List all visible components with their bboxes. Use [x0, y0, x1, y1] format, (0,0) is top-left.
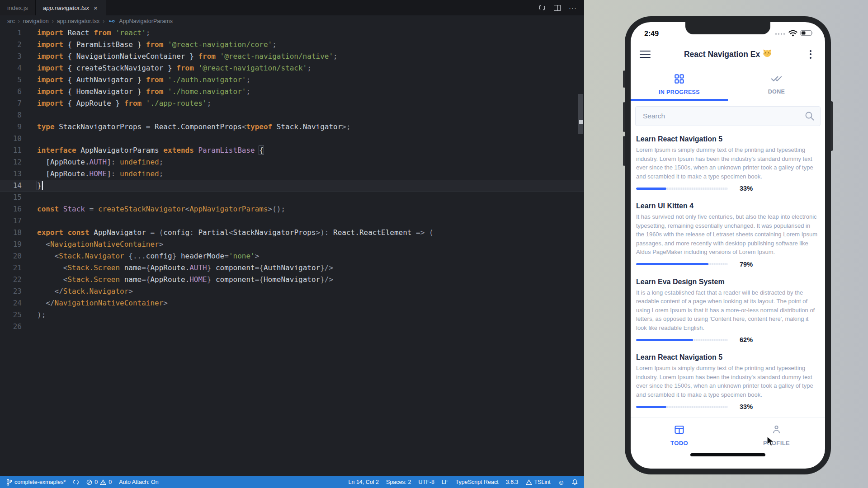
sync-status-item[interactable] [73, 479, 79, 485]
tab-in-progress[interactable]: IN PROGRESS [631, 71, 728, 101]
breadcrumb-item-navigation[interactable]: navigation [23, 18, 49, 24]
line-number: 18 [0, 227, 22, 239]
problems-item[interactable]: 0 0 [86, 479, 112, 485]
line-number: 10 [0, 133, 22, 145]
volume-down-button[interactable] [623, 136, 625, 166]
tab-app-navigator[interactable]: app.navigator.tsx × [36, 0, 106, 15]
todo-card-progress: 62% [636, 336, 820, 343]
feedback-smiley-icon[interactable]: ☺ [558, 479, 565, 486]
todo-card-progress: 33% [636, 403, 820, 410]
todo-card[interactable]: Learn React Navigation 5 Lorem Ipsum is … [635, 131, 821, 197]
bottom-tab-todo[interactable]: TODO [631, 418, 728, 453]
code-line[interactable]: 22 <Stack.Screen name={AppRoute.HOME} co… [0, 274, 584, 286]
code-line[interactable]: 7import { AppRoute } from './app-routes'… [0, 98, 584, 109]
code-text [22, 109, 37, 121]
code-line[interactable]: 13 [AppRoute.HOME]: undefined; [0, 168, 584, 180]
code-lines: 1import React from 'react';2import { Par… [0, 27, 584, 333]
todo-card[interactable]: Learn UI Kitten 4 It has survived not on… [635, 197, 821, 273]
code-line[interactable]: 1import React from 'react'; [0, 27, 584, 39]
tslint-item[interactable]: TSLint [526, 479, 551, 485]
tab-close-icon[interactable]: × [93, 4, 99, 12]
code-line[interactable]: 6import { HomeNavigator } from './home.n… [0, 86, 584, 98]
code-line[interactable]: 19 <NavigationNativeContainer> [0, 239, 584, 250]
todo-card-title: Learn UI Kitten 4 [636, 202, 820, 210]
cursor-position-item[interactable]: Ln 14, Col 2 [349, 479, 379, 485]
eol-item[interactable]: LF [442, 479, 448, 485]
todo-card[interactable]: Learn Eva Design System It is a long est… [635, 273, 821, 349]
progress-track [636, 406, 728, 408]
editor-scrollbar[interactable] [578, 94, 583, 134]
code-line[interactable]: 8 [0, 109, 584, 121]
breadcrumb-symbol[interactable]: AppNavigatorParams [119, 18, 173, 24]
notifications-bell-icon[interactable] [572, 479, 578, 485]
progress-percent-label: 33% [740, 403, 753, 410]
home-indicator-area [631, 453, 825, 469]
code-line[interactable]: 24 </NavigationNativeContainer> [0, 297, 584, 309]
home-indicator[interactable] [690, 453, 765, 456]
progress-percent-label: 79% [740, 261, 753, 268]
code-line[interactable]: 14} [0, 180, 584, 192]
code-line[interactable]: 10 [0, 133, 584, 145]
power-button[interactable] [830, 101, 833, 151]
tab-index-js[interactable]: index.js [0, 0, 36, 15]
line-number: 23 [0, 286, 22, 297]
line-number: 3 [0, 51, 22, 62]
encoding-item[interactable]: UTF-8 [419, 479, 434, 485]
code-line[interactable]: 18export const AppNavigator = (config: P… [0, 227, 584, 239]
code-text: [AppRoute.HOME]: undefined; [22, 168, 163, 180]
auto-attach-item[interactable]: Auto Attach: On [119, 479, 159, 485]
code-line[interactable]: 15 [0, 192, 584, 203]
breadcrumb-item-file[interactable]: app.navigator.tsx [57, 18, 100, 24]
breadcrumb-item-src[interactable]: src [7, 18, 15, 24]
symbol-interface-icon [108, 19, 115, 23]
tab-done[interactable]: DONE [728, 71, 825, 101]
indentation-item[interactable]: Spaces: 2 [386, 479, 411, 485]
overflow-menu-icon[interactable] [805, 50, 816, 59]
git-branch-item[interactable]: complete-exmaples* [6, 479, 66, 486]
code-line[interactable]: 5import { AuthNavigator } from './auth.n… [0, 74, 584, 86]
code-line[interactable]: 4import { createStackNavigator } from '@… [0, 62, 584, 74]
code-line[interactable]: 2import { ParamListBase } from '@react-n… [0, 39, 584, 51]
clock: 2:49 [644, 30, 659, 38]
code-line[interactable]: 21 <Stack.Screen name={AppRoute.AUTH} co… [0, 262, 584, 274]
wifi-icon [788, 30, 797, 38]
line-number: 9 [0, 121, 22, 133]
line-number: 1 [0, 27, 22, 39]
code-line[interactable]: 26 [0, 321, 584, 333]
line-number: 2 [0, 39, 22, 51]
code-line[interactable]: 12 [AppRoute.AUTH]: undefined; [0, 156, 584, 168]
code-line[interactable]: 11interface AppNavigatorParams extends P… [0, 145, 584, 156]
line-number: 15 [0, 192, 22, 203]
code-line[interactable]: 20 <Stack.Navigator {...config} headerMo… [0, 250, 584, 262]
code-editor[interactable]: 1import React from 'react';2import { Par… [0, 27, 584, 476]
code-line[interactable]: 25); [0, 309, 584, 321]
code-text: } [22, 180, 43, 192]
code-text: import { HomeNavigator } from './home.na… [22, 86, 250, 98]
code-line[interactable]: 17 [0, 215, 584, 227]
search-input[interactable] [635, 106, 821, 126]
mute-switch[interactable] [623, 70, 625, 88]
sync-changes-icon[interactable] [538, 4, 546, 11]
more-actions-icon[interactable]: ··· [569, 4, 577, 12]
search-icon[interactable] [804, 111, 815, 123]
todo-card-title: Learn Eva Design System [636, 278, 820, 286]
code-line[interactable]: 16const Stack = createStackNavigator<App… [0, 203, 584, 215]
line-number: 13 [0, 168, 22, 180]
code-line[interactable]: 23 </Stack.Navigator> [0, 286, 584, 297]
code-text [22, 133, 37, 145]
code-line[interactable]: 3import { NavigationNativeContainer } fr… [0, 51, 584, 62]
editor-actions: ··· [538, 0, 584, 15]
tslint-warning-icon [526, 479, 532, 485]
code-line[interactable]: 9type StackNavigatorProps = React.Compon… [0, 121, 584, 133]
menu-hamburger-icon[interactable] [640, 51, 651, 58]
language-mode-item[interactable]: TypeScript React [456, 479, 499, 485]
ts-version-item[interactable]: 3.6.3 [506, 479, 519, 485]
todo-card[interactable]: Learn React Navigation 5 Lorem Ipsum is … [635, 349, 821, 416]
bottom-tab-profile[interactable]: PROFILE [728, 418, 825, 453]
volume-up-button[interactable] [623, 102, 625, 132]
line-number: 5 [0, 74, 22, 86]
code-text: <Stack.Navigator {...config} headerMode=… [22, 250, 259, 262]
code-text: interface AppNavigatorParams extends Par… [22, 145, 264, 156]
code-text [22, 215, 37, 227]
split-editor-icon[interactable] [554, 5, 561, 11]
